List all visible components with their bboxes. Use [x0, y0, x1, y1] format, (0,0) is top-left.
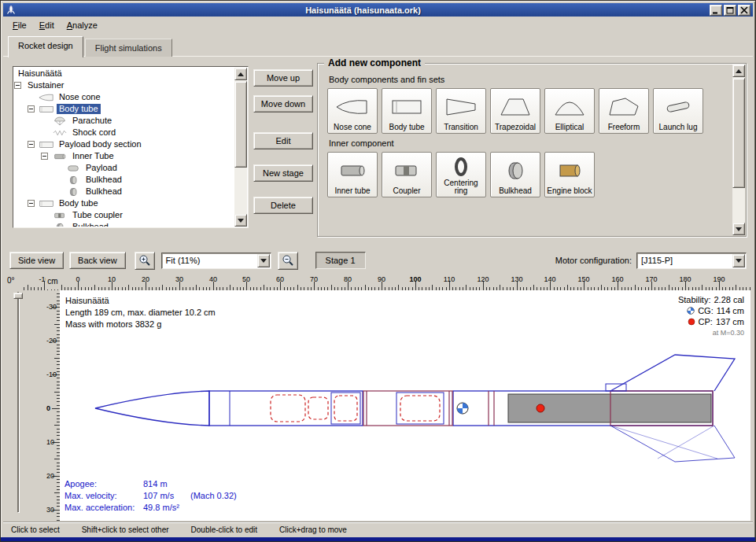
- tree-item[interactable]: Payload body section: [14, 138, 234, 150]
- ruler-tick-label: 30: [175, 275, 183, 283]
- tree-item[interactable]: Inner Tube: [14, 150, 234, 162]
- add-innertube-button[interactable]: Inner tube: [327, 152, 378, 197]
- design-panel: HaisunäätäSustainerNose coneBody tubePar…: [3, 56, 753, 243]
- component-button-label: Body tube: [389, 124, 424, 131]
- window-title: Haisunäätä (haisunaata.ork): [17, 6, 710, 15]
- edit-button[interactable]: Edit: [253, 132, 313, 149]
- ruler-tick-label: 140: [544, 275, 555, 283]
- zoom-select-value: Fit (11%): [162, 256, 256, 265]
- rocket-canvas[interactable]: Haisunäätä Length 189 cm, max. diameter …: [60, 290, 750, 521]
- move-up-button[interactable]: Move up: [253, 69, 313, 87]
- tree-expander-icon[interactable]: [14, 82, 21, 89]
- scrollbar-thumb[interactable]: [234, 81, 247, 168]
- add-freeform-button[interactable]: Freeform: [599, 88, 649, 134]
- ruler-tick: [31, 287, 31, 290]
- stage-1-toggle[interactable]: Stage 1: [315, 252, 366, 269]
- tree-expander-icon[interactable]: [28, 105, 35, 112]
- menu-edit[interactable]: Edit: [33, 18, 61, 32]
- cg-icon: [687, 307, 695, 315]
- move-down-button[interactable]: Move down: [253, 95, 313, 112]
- tree-expander-icon[interactable]: [28, 141, 35, 148]
- scrollbar-thumb[interactable]: [732, 78, 745, 188]
- side-view-button[interactable]: Side view: [9, 252, 64, 269]
- zoom-select[interactable]: Fit (11%): [161, 253, 271, 269]
- taskbar-strip: [1, 537, 755, 542]
- cp-icon: [688, 318, 695, 326]
- tree-item[interactable]: Haisunäätä: [14, 68, 234, 79]
- add-elliptical-button[interactable]: Elliptical: [544, 88, 595, 134]
- ruler-tick: [41, 287, 42, 290]
- titlebar[interactable]: Haisunäätä (haisunaata.ork): [3, 3, 753, 17]
- close-button[interactable]: [738, 5, 750, 16]
- ruler-tick-label: 10: [108, 275, 116, 283]
- scroll-up-icon[interactable]: [234, 68, 247, 80]
- maximize-button[interactable]: [724, 5, 736, 16]
- rotation-slider-handle[interactable]: [13, 293, 23, 299]
- add-trapezoidal-button[interactable]: Trapezoidal: [490, 88, 540, 134]
- menu-file[interactable]: File: [6, 18, 33, 32]
- zoom-out-icon: [282, 254, 294, 267]
- engineblock-icon: [552, 154, 587, 187]
- ruler-tick: [54, 492, 60, 493]
- scroll-up-icon[interactable]: [732, 65, 745, 77]
- menu-analyze[interactable]: Analyze: [61, 18, 104, 32]
- tree-expander-icon[interactable]: [28, 200, 35, 207]
- cg-label: CG:: [698, 305, 714, 316]
- add-engineblock-button[interactable]: Engine block: [544, 152, 595, 197]
- cp-marker: [537, 404, 544, 412]
- tree-item[interactable]: Bulkhead: [14, 174, 234, 186]
- add-launchlug-button[interactable]: Launch lug: [653, 88, 703, 134]
- menubar: FileEditAnalyze: [3, 17, 753, 34]
- tree-item[interactable]: Shock cord: [14, 127, 234, 138]
- rotation-slider-track[interactable]: [17, 292, 19, 512]
- tab-flight-simulations[interactable]: Flight simulations: [85, 39, 172, 57]
- zoom-out-button[interactable]: [278, 252, 298, 270]
- ruler-tick-label: 180: [679, 275, 691, 283]
- tree-scrollbar[interactable]: [234, 68, 247, 227]
- add-coupler-button[interactable]: Coupler: [382, 152, 432, 197]
- tree-item-label: Body tube: [57, 198, 101, 208]
- tree-item[interactable]: Tube coupler: [14, 209, 234, 221]
- tree-item[interactable]: Nose cone: [14, 91, 234, 103]
- motor-configuration-select[interactable]: [J115-P]: [636, 253, 747, 269]
- tree-item[interactable]: Parachute: [14, 115, 234, 127]
- bodytube-icon: [39, 140, 54, 149]
- delete-button[interactable]: Delete: [253, 197, 313, 214]
- back-view-button[interactable]: Back view: [69, 252, 126, 269]
- add-nosecone-button[interactable]: Nose cone: [327, 88, 378, 134]
- component-button-label: Launch lug: [659, 124, 698, 131]
- tab-rocket-design[interactable]: Rocket design: [8, 36, 83, 57]
- add-bulkhead-button[interactable]: Bulkhead: [490, 152, 540, 197]
- tree-item[interactable]: Body tube: [14, 197, 234, 209]
- ruler-tick: [54, 324, 60, 325]
- add-centeringring-button[interactable]: Centering ring: [436, 152, 486, 197]
- scroll-down-icon[interactable]: [234, 214, 247, 227]
- tree-item[interactable]: Body tube: [14, 103, 234, 115]
- ruler-tick-label: 120: [477, 275, 489, 283]
- component-scrollbar[interactable]: [732, 65, 745, 235]
- tree-item[interactable]: Bulkhead: [14, 221, 234, 227]
- tree-expander-icon[interactable]: [41, 153, 48, 160]
- add-transition-button[interactable]: Transition: [436, 88, 486, 134]
- ruler-tick: [533, 285, 534, 290]
- tree-item[interactable]: Sustainer: [14, 79, 234, 91]
- rotation-angle-label: 0°: [7, 276, 15, 285]
- statusbar: Click to selectShift+click to select oth…: [3, 522, 753, 536]
- add-bodytube-button[interactable]: Body tube: [382, 88, 432, 134]
- chevron-down-icon[interactable]: [257, 254, 270, 267]
- minimize-button[interactable]: [710, 5, 722, 16]
- tree-item-label: Sustainer: [25, 80, 66, 90]
- tree-item-label: Body tube: [57, 104, 101, 114]
- scroll-down-icon[interactable]: [732, 223, 745, 235]
- zoom-in-button[interactable]: [135, 252, 155, 270]
- status-hint: Click+drag to move: [279, 525, 347, 534]
- new-stage-button[interactable]: New stage: [253, 164, 313, 182]
- tree-item[interactable]: Payload: [14, 162, 234, 174]
- ruler-tick: [297, 285, 298, 290]
- component-button-label: Bulkhead: [499, 187, 532, 195]
- ruler-tick-label: 0: [76, 275, 79, 283]
- chevron-down-icon[interactable]: [732, 254, 745, 267]
- flight-info-value: 814 m: [143, 479, 190, 491]
- rotation-slider[interactable]: [12, 290, 24, 517]
- tree-item[interactable]: Bulkhead: [14, 186, 234, 197]
